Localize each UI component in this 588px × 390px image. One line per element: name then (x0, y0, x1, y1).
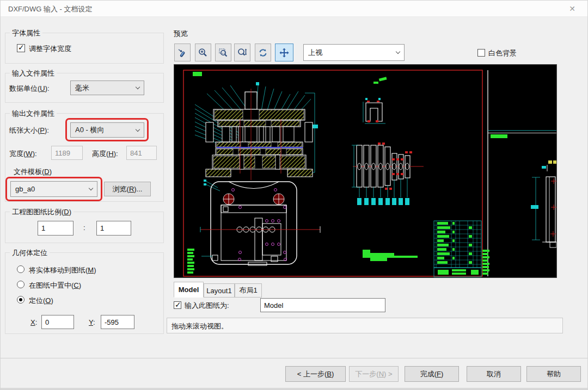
left-green-blocks (187, 249, 194, 274)
output-file-title: 输出文件属性 (10, 109, 57, 119)
radio-center-in-sheet-label: 在图纸中置中(C) (29, 281, 81, 290)
width-field[interactable] (51, 146, 83, 160)
white-background-label: 白色背景 (488, 48, 517, 58)
radio-center-in-sheet[interactable] (17, 281, 24, 288)
plan-view (200, 179, 320, 265)
next-button[interactable]: 下一步(N) > (349, 366, 399, 382)
tab-model-label: Model (179, 286, 199, 294)
chevron-down-icon (136, 85, 140, 89)
input-file-title: 输入文件属性 (10, 69, 57, 78)
geometry-position-group: 几何体定位 (5, 252, 164, 334)
tab-model[interactable]: Model (174, 282, 204, 298)
radio-move-entities-to-sheet[interactable] (17, 265, 24, 273)
view-orientation-value: 上视 (308, 48, 393, 58)
pan-button[interactable] (275, 44, 293, 61)
detail-view (363, 98, 385, 123)
y-label: Y: (89, 318, 95, 326)
dxf-dwg-import-dialog: DXF/DWG 输入 - 文档设定 ✕ 字体属性 ✓ 调整字体宽度 输入文件属性… (0, 0, 588, 390)
file-template-label: 文件模板(D) (14, 167, 52, 177)
zoom-to-area-icon (218, 47, 229, 58)
zoom-in-out-button[interactable] (195, 44, 211, 61)
tab-buju1-label: 布局1 (239, 286, 257, 295)
geometry-position-title: 几何体定位 (10, 248, 50, 258)
bottom-edge (1, 388, 588, 390)
chevron-down-icon (89, 186, 93, 190)
file-template-value: gb_a0 (15, 185, 86, 193)
browse-button[interactable]: 浏览(R)... (104, 182, 151, 196)
data-units-label: 数据单位(U): (9, 84, 50, 94)
x-label: X: (30, 318, 37, 326)
radio-position-label: 定位(O) (29, 296, 53, 306)
radio-move-entities-label: 将实体移动到图纸(M) (29, 265, 96, 275)
width-label: 宽度(W): (9, 149, 37, 159)
chevron-down-icon (136, 127, 140, 131)
preview-title: 预览 (174, 29, 188, 39)
zoom-to-fit-button[interactable] (234, 44, 250, 61)
view-orientation-combo[interactable]: 上视 (303, 44, 405, 61)
paper-size-value: A0 - 横向 (75, 125, 133, 135)
section-view (195, 85, 318, 180)
zoom-selection-icon (177, 47, 188, 58)
title-bar: DXF/DWG 输入 - 文档设定 ✕ (1, 1, 587, 17)
scale-colon: : (83, 224, 85, 232)
height-label: 高度(H): (92, 149, 118, 159)
import-sheet-label: 输入此图纸为: (185, 301, 229, 311)
dialog-title: DXF/DWG 输入 - 文档设定 (8, 4, 93, 14)
cancel-button[interactable]: 取消 (467, 366, 521, 382)
sheet-name-field[interactable] (260, 298, 385, 312)
white-background-checkbox[interactable]: ✓ (477, 49, 485, 57)
bom-table (434, 221, 481, 277)
footer-separator (1, 358, 588, 358)
zoom-to-fit-icon (237, 47, 248, 58)
data-units-value: 毫米 (75, 83, 133, 93)
tab-layout1-label: Layout1 (206, 287, 231, 295)
radio-position[interactable] (17, 296, 24, 304)
drawing-scale-title: 工程图图纸比例(D) (10, 207, 74, 217)
chevron-down-icon (396, 49, 400, 54)
scale-numerator-field[interactable] (38, 221, 74, 236)
preview-canvas[interactable] (174, 64, 557, 278)
import-sheet-checkbox[interactable]: ✓ (174, 301, 181, 309)
adjust-font-width-checkbox[interactable]: ✓ (17, 44, 25, 52)
strip-layout-view (352, 143, 424, 205)
second-sheet (488, 131, 556, 247)
pan-icon (279, 47, 290, 58)
data-units-combo[interactable]: 毫米 (70, 81, 144, 95)
paper-size-combo[interactable]: A0 - 横向 (70, 122, 144, 138)
status-bar: 拖动来滚动视图。 (167, 318, 563, 333)
sheet-divider (482, 70, 489, 276)
zoom-selection-button[interactable] (174, 44, 191, 61)
file-template-combo[interactable]: gb_a0 (10, 181, 97, 197)
y-field[interactable] (101, 315, 134, 329)
height-field[interactable] (126, 146, 157, 160)
zoom-in-out-icon (198, 47, 209, 58)
scale-denominator-field[interactable] (96, 221, 131, 236)
preview-drawing (174, 65, 556, 277)
tab-layout1[interactable]: Layout1 (204, 283, 235, 298)
tab-buju1[interactable]: 布局1 (235, 283, 262, 298)
help-button[interactable]: 帮助 (526, 366, 581, 382)
green-step-profile (363, 250, 418, 261)
adjust-font-width-label: 调整字体宽度 (29, 44, 71, 54)
refresh-button[interactable] (255, 44, 271, 61)
finish-button[interactable]: 完成(F) (405, 366, 459, 382)
close-icon[interactable]: ✕ (561, 2, 583, 16)
back-button[interactable]: < 上一步(B) (285, 366, 346, 382)
paper-size-label: 纸张大小(P): (9, 126, 49, 135)
font-properties-title: 字体属性 (10, 28, 42, 38)
zoom-to-area-button[interactable] (215, 44, 231, 61)
x-field[interactable] (41, 315, 74, 329)
refresh-icon (258, 47, 268, 58)
